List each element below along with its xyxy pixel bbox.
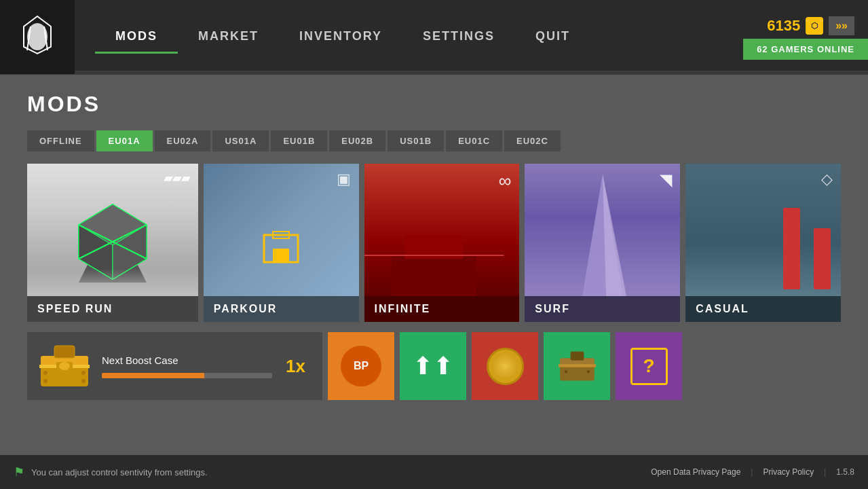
parkour-thumbnail: ▣ [204,164,359,296]
case-name: Next Boost Case [102,355,272,366]
svg-rect-10 [273,249,289,262]
infinite-thumbnail: ∞ [364,164,520,296]
tab-eu01b[interactable]: EU01B [271,130,327,151]
currency-amount: 6135 [767,17,800,35]
case-small-icon [559,349,596,383]
version-number: 1.5.8 [836,467,854,477]
privacy-page-link[interactable]: Open Data Privacy Page [651,467,740,477]
coin-icon: ⬡ [806,17,823,35]
nav-underline [75,71,868,73]
casual-thumbnail: ◇ [685,164,841,296]
footer-tip: You can adjust control sentivity from se… [31,467,208,477]
bp-icon: BP [341,346,381,386]
nav-quit[interactable]: QUIT [515,21,590,52]
svg-marker-16 [603,174,626,296]
tab-eu01c[interactable]: EU01C [446,130,502,151]
footer-sep1: | [751,467,753,477]
boost-icon: ⬆⬆ [413,354,453,378]
nav-market[interactable]: MARKET [178,21,279,52]
boost-case-panel: Next Boost Case 1x [27,332,322,400]
quickaction-bp[interactable]: BP [328,332,394,400]
flag-icon: ⚑ [14,465,24,479]
quickaction-mystery[interactable]: ? [616,332,682,400]
quickaction-coin[interactable] [472,332,538,400]
svg-rect-21 [54,346,75,358]
footer-right: Open Data Privacy Page | Privacy Policy … [651,467,854,477]
footer: ⚑ You can adjust control sentivity from … [0,455,868,489]
speedrun-label: SPEED RUN [27,296,198,322]
footer-sep2: | [824,467,826,477]
infinite-icon: ∞ [499,170,512,192]
boost-badge[interactable]: »» [829,16,854,35]
parkour-label: PARKOUR [204,296,359,322]
svg-point-28 [81,379,86,383]
boost-arrows-icon: »» [835,20,848,32]
svg-point-27 [43,379,48,383]
mystery-icon: ? [630,348,668,385]
game-card-speedrun[interactable]: ▰▰▰ SPEED RUN [27,164,198,322]
casual-shape [780,208,834,289]
parkour-icon: ▣ [337,170,351,188]
svg-point-26 [81,371,86,375]
server-tabs: OFFLINE EU01A EU02A US01A EU01B EU02B US… [27,130,841,151]
case-svg [37,342,92,390]
tab-eu02a[interactable]: EU02A [155,130,211,151]
online-badge: 62 GAMERS ONLINE [743,39,868,60]
svg-point-34 [586,370,589,373]
case-progress-bar [102,373,272,378]
surf-thumbnail: ◥ [525,164,680,296]
game-card-surf[interactable]: ◥ SURF [525,164,680,322]
logo-icon [14,13,61,60]
nav-mods[interactable]: MODS [95,21,178,52]
case-count: 1x [286,356,305,377]
tab-us01a[interactable]: US01A [212,130,269,151]
surf-icon: ◥ [660,170,672,189]
infinite-label: INFINITE [364,296,520,322]
footer-left: ⚑ You can adjust control sentivity from … [14,465,208,479]
casual-icon: ◇ [821,170,833,188]
privacy-policy-link[interactable]: Privacy Policy [763,467,814,477]
tab-eu02b[interactable]: EU02B [329,130,385,151]
svg-point-24 [59,362,70,370]
case-info: Next Boost Case [102,355,272,378]
parkour-shape [247,215,315,283]
game-card-casual[interactable]: ◇ CASUAL [685,164,841,322]
infinite-shape [364,215,504,296]
logo-box [0,0,75,74]
case-icon [37,342,92,390]
speedrun-thumbnail: ▰▰▰ [27,164,198,296]
case-progress-fill [102,373,204,378]
game-modes-grid: ▰▰▰ SPEED RUN ▣ [27,164,841,322]
surf-shape [575,174,630,296]
nav-settings[interactable]: SETTINGS [402,21,515,52]
svg-rect-32 [559,364,596,367]
casual-label: CASUAL [685,296,841,322]
quickaction-boost[interactable]: ⬆⬆ [400,332,466,400]
svg-point-33 [564,370,567,373]
tab-eu01a[interactable]: EU01A [96,130,153,151]
bottom-section: Next Boost Case 1x BP ⬆⬆ [27,332,841,400]
quickaction-case[interactable] [544,332,610,400]
header: MODS MARKET INVENTORY SETTINGS QUIT 6135… [0,0,868,75]
coin-large-icon [487,348,524,385]
game-card-infinite[interactable]: ∞ INFINITE [364,164,520,322]
svg-rect-18 [814,228,831,289]
svg-point-25 [43,371,48,375]
svg-rect-17 [783,208,800,289]
main-nav: MODS MARKET INVENTORY SETTINGS QUIT [95,21,743,52]
game-card-parkour[interactable]: ▣ PARKOUR [204,164,359,322]
nav-inventory[interactable]: INVENTORY [279,21,402,52]
svg-rect-12 [392,255,476,296]
speedrun-icon: ▰▰▰ [164,170,190,185]
svg-rect-31 [570,352,584,361]
tab-eu02c[interactable]: EU02C [504,130,561,151]
page-title: MODS [27,92,841,117]
main-content: MODS OFFLINE EU01A EU02A US01A EU01B EU0… [0,75,868,455]
header-right: 6135 ⬡ »» 62 GAMERS ONLINE [743,13,868,60]
tab-us01b[interactable]: US01B [388,130,444,151]
tab-offline[interactable]: OFFLINE [27,130,94,151]
surf-label: SURF [525,296,680,322]
